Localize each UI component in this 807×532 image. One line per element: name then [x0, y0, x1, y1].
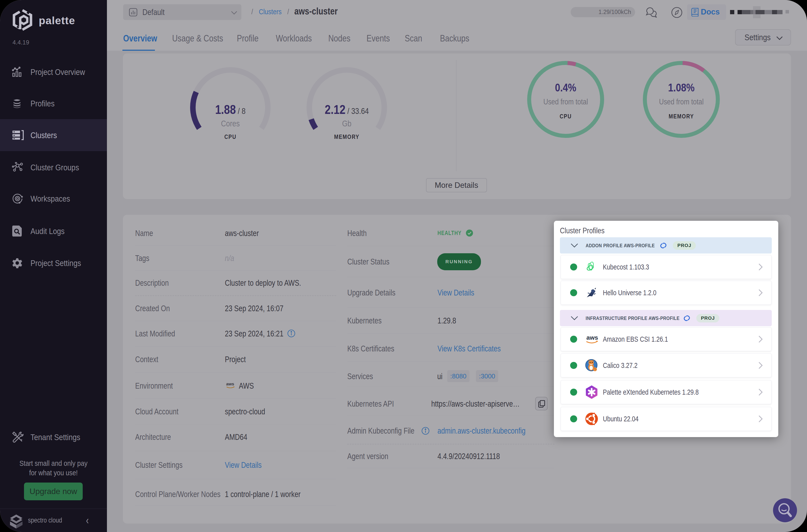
svg-text:aws: aws — [586, 334, 598, 341]
svg-text:aws: aws — [226, 381, 234, 386]
